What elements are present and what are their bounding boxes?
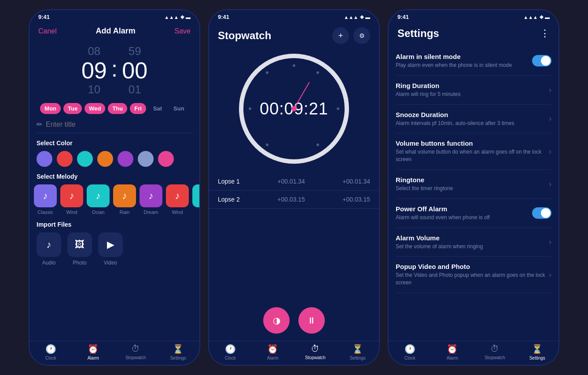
chevron-4: ›: [549, 180, 551, 189]
lap-button[interactable]: ◑: [263, 307, 290, 334]
day-btn-thu[interactable]: Thu: [108, 103, 127, 114]
toggle-5[interactable]: [532, 207, 551, 219]
settings-item-title-0: Alarm in silent mode: [396, 53, 532, 60]
status-icons-2: ▲▲▲ ◈ ▬: [344, 14, 370, 20]
day-btn-mon[interactable]: Mon: [40, 103, 61, 114]
melody-item-wind-1[interactable]: ♪ Wind: [60, 184, 83, 215]
min-prev[interactable]: 59: [129, 44, 141, 58]
settings-list: Alarm in silent mode Play alarm even whe…: [389, 47, 559, 341]
import-label-photo: Photo: [73, 260, 86, 266]
min-next[interactable]: 01: [129, 83, 141, 96]
settings-item-desc-7: Set the Video and Photo popup when an al…: [396, 272, 549, 287]
settings-item-title-1: Ring Duration: [396, 82, 549, 89]
add-lap-button[interactable]: +: [332, 27, 349, 44]
day-btn-wed[interactable]: Wed: [85, 103, 105, 114]
color-option-2[interactable]: [77, 151, 93, 167]
settings-item-left-7: Popup Video and Photo Set the Video and …: [396, 263, 549, 287]
color-option-0[interactable]: [37, 151, 52, 167]
pause-button[interactable]: ⏸: [298, 307, 325, 334]
melody-icon-2: ♪: [87, 184, 110, 207]
color-option-4[interactable]: [118, 151, 133, 167]
day-btn-sat[interactable]: Sat: [149, 103, 166, 114]
tab-alarm[interactable]: ⏰ Alarm: [72, 344, 115, 360]
color-option-6[interactable]: [158, 151, 174, 167]
alarm-title-input[interactable]: [46, 121, 192, 129]
wifi-icon: ◈: [180, 14, 184, 20]
tab-bar-3: 🕐 Clock ⏰ Alarm ⏱ Stopwatch ⏳ Settings: [389, 341, 559, 365]
settings-header: Settings ⋮: [389, 22, 559, 47]
import-icon-video: ▶: [98, 232, 123, 257]
melody-item-dream-4[interactable]: ♪ Dream: [140, 184, 162, 215]
tab-stopwatch[interactable]: ⏱ Stopwatch: [294, 344, 337, 360]
chevron-3: ›: [549, 147, 551, 156]
cancel-button[interactable]: Canel: [38, 27, 57, 35]
settings-item-desc-6: Set the volume of alarm when ringing: [396, 243, 549, 250]
import-item-photo[interactable]: 🖼 Photo: [67, 232, 92, 266]
phone-screen-3: 9:41 ▲▲▲ ◈ ▬ Settings ⋮ Alarm in silent …: [388, 9, 559, 366]
melody-icon-6: ♪: [192, 184, 199, 207]
tab-alarm[interactable]: ⏰ Alarm: [252, 344, 294, 360]
lap-list: Lopse 1 +00.01.34 +00.01.34 Lopse 2 +00.…: [209, 173, 379, 300]
day-btn-sun[interactable]: Sun: [169, 103, 189, 114]
tab-clock[interactable]: 🕐 Clock: [209, 344, 252, 360]
settings-item-5[interactable]: Power Off Alarm Alarm will sound even wh…: [396, 199, 551, 228]
stopwatch-icons: + ⚙: [332, 27, 370, 44]
save-button[interactable]: Save: [175, 27, 191, 35]
import-item-audio[interactable]: ♪ Audio: [37, 232, 61, 266]
color-option-5[interactable]: [138, 151, 154, 167]
clock-face-container: 00:09:21: [209, 49, 379, 173]
tab-icon-alarm: ⏰: [267, 344, 278, 354]
settings-adjust-button[interactable]: ⚙: [353, 27, 370, 44]
color-option-1[interactable]: [57, 151, 73, 167]
melody-item-oci-6[interactable]: ♪ Oci: [192, 184, 199, 215]
hour-prev[interactable]: 08: [88, 44, 100, 58]
status-time-3: 9:41: [397, 14, 409, 20]
tab-stopwatch[interactable]: ⏱ Stopwatch: [114, 344, 157, 360]
lap-name-1: Lopse 2: [218, 196, 240, 203]
tab-clock[interactable]: 🕐 Clock: [389, 344, 431, 360]
toggle-0[interactable]: [532, 55, 551, 66]
tab-clock[interactable]: 🕐 Clock: [29, 344, 72, 360]
tab-label-clock: Clock: [225, 356, 236, 360]
import-item-video[interactable]: ▶ Video: [98, 232, 123, 266]
melody-item-ocian-2[interactable]: ♪ Ocian: [87, 184, 110, 215]
settings-title: Settings: [397, 27, 439, 40]
melody-label-3: Rain: [120, 210, 130, 215]
melody-icon-5: ♪: [166, 184, 189, 207]
tab-stopwatch[interactable]: ⏱ Stopwatch: [474, 344, 516, 360]
melody-item-wind-5[interactable]: ♪ Wind: [166, 184, 189, 215]
hour-curr[interactable]: 09: [81, 59, 107, 82]
signal-icon-2: ▲▲▲: [344, 15, 358, 20]
color-option-3[interactable]: [97, 151, 113, 167]
alarm-header: Canel Add Alarm Save: [29, 22, 199, 40]
lap-split-0: +00.01.34: [277, 178, 305, 185]
settings-item-title-6: Alarm Volume: [396, 234, 549, 242]
settings-item-4: Ringtone Select the timer ringtone ›: [396, 170, 551, 199]
tab-settings[interactable]: ⏳ Settings: [157, 344, 200, 360]
lap-split-1: +00.03.15: [277, 196, 305, 203]
day-btn-tue[interactable]: Tue: [63, 103, 82, 114]
tab-alarm[interactable]: ⏰ Alarm: [431, 344, 474, 360]
min-curr[interactable]: 00: [122, 59, 147, 82]
tab-icon-alarm: ⏰: [447, 344, 458, 354]
battery-icon-2: ▬: [365, 15, 370, 20]
tab-label-settings: Settings: [170, 356, 186, 360]
melody-item-classic-0[interactable]: ♪ Classic: [34, 184, 57, 215]
melody-label-2: Ocian: [92, 210, 105, 215]
settings-item-7: Popup Video and Photo Set the Video and …: [396, 257, 551, 293]
settings-item-left-6: Alarm Volume Set the volume of alarm whe…: [396, 234, 549, 250]
tab-settings[interactable]: ⏳ Settings: [337, 344, 379, 360]
tab-bar-2: 🕐 Clock ⏰ Alarm ⏱ Stopwatch ⏳ Settings: [209, 341, 379, 365]
more-options-button[interactable]: ⋮: [540, 28, 550, 39]
settings-item-desc-1: Alarm will ring for 5 minutes: [396, 91, 549, 98]
tab-settings[interactable]: ⏳ Settings: [516, 344, 559, 360]
melody-label-1: Wind: [66, 210, 77, 215]
import-label-audio: Audio: [42, 260, 56, 266]
settings-item-0[interactable]: Alarm in silent mode Play alarm even whe…: [396, 47, 551, 76]
hour-next[interactable]: 10: [88, 83, 100, 96]
melody-item-rain-3[interactable]: ♪ Rain: [113, 184, 136, 215]
settings-item-left-5: Power Off Alarm Alarm will sound even wh…: [396, 205, 532, 221]
day-btn-fri[interactable]: Fri: [130, 103, 146, 114]
lap-total-0: +00.01.34: [342, 178, 370, 185]
pencil-icon: ✏: [37, 120, 42, 129]
